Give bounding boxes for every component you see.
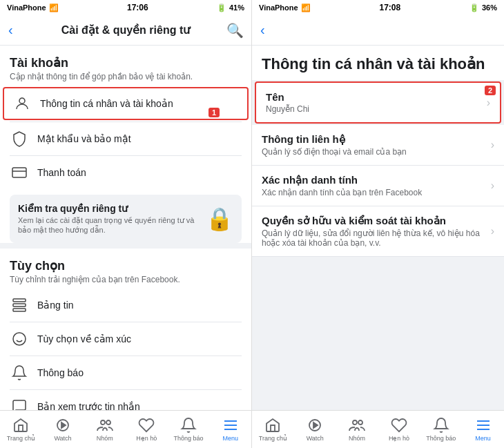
carrier-left: VinaPhone — [7, 3, 46, 12]
status-bar-right: VinaPhone 📶 17:08 🔋 36% — [252, 0, 504, 15]
battery-icon-left: 🔋 — [217, 3, 226, 12]
time-right: 17:08 — [379, 3, 400, 12]
right-page-title: Thông tin cá nhân và tài khoản — [252, 46, 504, 80]
page-title-left: Cài đặt & quyền riêng tư — [30, 23, 221, 37]
chevron-icon-name: › — [487, 97, 490, 109]
nav-home-label-right: Trang chủ — [259, 435, 287, 442]
ownership-title: Quyền sở hữu và kiểm soát tài khoản — [262, 215, 484, 227]
bell-icon-right — [433, 417, 449, 434]
account-section-title: Tài khoản — [10, 55, 242, 70]
svg-point-11 — [101, 420, 105, 425]
identity-title: Xác nhận danh tính — [262, 174, 422, 186]
nav-watch-right[interactable]: Watch — [294, 411, 336, 448]
carrier-right: VinaPhone — [259, 3, 298, 12]
bell-icon-left — [180, 417, 197, 434]
emoji-icon — [10, 329, 29, 349]
back-button-left[interactable]: ‹ — [8, 22, 25, 38]
lock-icon: 🔒 — [206, 206, 233, 232]
contact-title: Thông tin liên hệ — [262, 133, 407, 146]
right-panel: VinaPhone 📶 17:08 🔋 36% ‹ Thông tin cá n… — [252, 0, 504, 448]
svg-rect-1 — [12, 168, 26, 177]
nav-groups-right[interactable]: Nhóm — [336, 411, 378, 448]
menu-item-preview[interactable]: Bản xem trước tin nhắn — [0, 390, 251, 410]
custom-section-title: Tùy chọn — [10, 258, 242, 273]
custom-section-header: Tùy chọn Tùy chỉnh trải nghiệm của bạn t… — [0, 249, 251, 289]
groups-icon-left — [97, 417, 113, 434]
privacy-card-desc: Xem lại các cài đặt quan trọng về quyền … — [18, 215, 199, 235]
name-subtitle: Nguyễn Chi — [266, 104, 309, 114]
nav-groups-left[interactable]: Nhóm — [84, 411, 126, 448]
battery-icon-right: 🔋 — [469, 3, 479, 12]
right-menu-item-identity[interactable]: Xác nhận danh tính Xác nhận danh tính củ… — [252, 166, 504, 206]
name-title: Tên — [266, 91, 309, 103]
nav-home-right[interactable]: Trang chủ — [252, 411, 294, 448]
search-button-left[interactable]: 🔍 — [226, 22, 243, 39]
right-menu-item-ownership[interactable]: Quyền sở hữu và kiểm soát tài khoản Quản… — [252, 206, 504, 257]
chevron-icon-contact: › — [491, 139, 494, 151]
person-icon — [12, 94, 32, 113]
right-content: Tên Nguyễn Chi › 2 Thông tin liên hệ Quả… — [252, 80, 504, 410]
watch-icon-left — [55, 417, 71, 434]
payment-label: Thanh toán — [37, 167, 242, 178]
left-panel: VinaPhone 📶 17:06 🔋 41% ‹ Cài đặt & quyề… — [0, 0, 252, 448]
nav-home-left[interactable]: Trang chủ — [0, 411, 42, 448]
shield-icon — [10, 129, 29, 148]
menu-icon-right — [475, 417, 492, 434]
chevron-icon-ownership: › — [491, 225, 494, 237]
right-menu-item-contact[interactable]: Thông tin liên hệ Quản lý số điện thoại … — [252, 125, 504, 166]
battery-right: 36% — [482, 3, 497, 12]
account-section: Tài khoản Cập nhật thông tin để góp phần… — [0, 46, 251, 243]
svg-marker-10 — [61, 422, 66, 428]
menu-item-newsfeed[interactable]: Bảng tin — [0, 289, 251, 322]
menu-item-payment[interactable]: Thanh toán — [0, 156, 251, 189]
ownership-subtitle: Quản lý dữ liệu, sửa đổi người liên hệ t… — [262, 228, 484, 248]
account-section-subtitle: Cập nhật thông tin để góp phần bảo vệ tà… — [10, 72, 242, 83]
newsfeed-label: Bảng tin — [37, 300, 242, 311]
nav-watch-left[interactable]: Watch — [42, 411, 84, 448]
right-menu-item-name[interactable]: Tên Nguyễn Chi › 2 — [255, 81, 501, 124]
wifi-icon-right: 📶 — [301, 3, 311, 12]
status-bar-left: VinaPhone 📶 17:06 🔋 41% — [0, 0, 251, 15]
menu-item-password[interactable]: Mật khẩu và bảo mật — [0, 122, 251, 155]
nav-menu-left[interactable]: Menu — [209, 411, 251, 448]
menu-item-personal-info[interactable]: Thông tin cá nhân và tài khoản 1 — [3, 87, 249, 120]
svg-rect-5 — [13, 309, 26, 311]
nav-dating-left[interactable]: Hẹn hò — [126, 411, 168, 448]
nav-dating-label-right: Hẹn hò — [389, 435, 409, 442]
menu-item-notification[interactable]: Thông báo — [0, 356, 251, 389]
bottom-nav-right: Trang chủ Watch Nhóm Hẹn hò — [252, 410, 504, 448]
custom-section-subtitle: Tùy chỉnh trải nghiệm của bạn trên Faceb… — [10, 275, 242, 286]
custom-section: Tùy chọn Tùy chỉnh trải nghiệm của bạn t… — [0, 249, 251, 410]
contact-text: Thông tin liên hệ Quản lý số điện thoại … — [262, 133, 407, 157]
badge-2: 2 — [485, 86, 496, 95]
nav-groups-label-right: Nhóm — [349, 435, 365, 442]
account-section-header: Tài khoản Cập nhật thông tin để góp phần… — [0, 46, 251, 86]
nav-alerts-left[interactable]: Thông báo — [168, 411, 210, 448]
status-bar-right-left: VinaPhone 📶 — [259, 3, 311, 12]
home-icon-left — [12, 417, 29, 434]
status-bar-right-info: 🔋 41% — [217, 3, 244, 12]
nav-dating-label-left: Hẹn hò — [136, 435, 157, 442]
ownership-text: Quyền sở hữu và kiểm soát tài khoản Quản… — [262, 215, 484, 248]
status-bar-left-info: VinaPhone 📶 — [7, 3, 59, 12]
password-label: Mật khẩu và bảo mật — [37, 133, 242, 144]
badge-1: 1 — [209, 108, 220, 117]
back-button-right[interactable]: ‹ — [260, 22, 265, 38]
menu-item-reaction[interactable]: Tùy chọn về cảm xúc — [0, 322, 251, 356]
privacy-check-card[interactable]: Kiểm tra quyền riêng tư Xem lại các cài … — [10, 195, 242, 244]
chat-icon — [10, 397, 29, 410]
identity-text: Xác nhận danh tính Xác nhận danh tính củ… — [262, 174, 422, 197]
wifi-icon-left: 📶 — [49, 3, 59, 12]
left-content: Tài khoản Cập nhật thông tin để góp phần… — [0, 46, 251, 410]
nav-watch-label-left: Watch — [54, 435, 71, 442]
svg-rect-3 — [13, 299, 26, 302]
nav-alerts-right[interactable]: Thông báo — [420, 411, 462, 448]
bottom-nav-left: Trang chủ Watch Nhóm Hẹn hò — [0, 410, 251, 448]
header-left: ‹ Cài đặt & quyền riêng tư 🔍 — [0, 15, 251, 46]
svg-rect-4 — [13, 304, 26, 306]
nav-menu-right[interactable]: Menu — [462, 411, 504, 448]
dating-icon-left — [138, 417, 155, 434]
time-left: 17:06 — [127, 3, 148, 12]
payment-icon — [10, 163, 29, 182]
nav-dating-right[interactable]: Hẹn hò — [378, 411, 420, 448]
